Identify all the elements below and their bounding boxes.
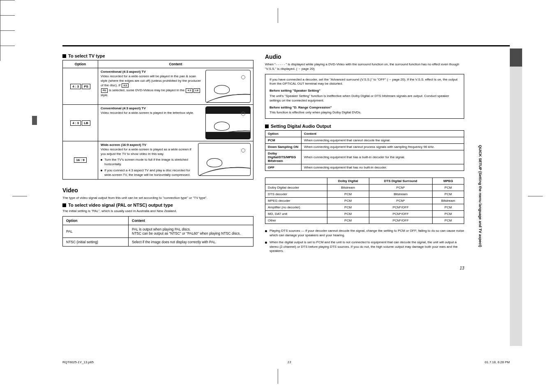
tv-heading: To select TV type [62,53,253,58]
w169-body: Video recorded for a wide-screen is play… [101,148,191,156]
lhdr-2: DTS Digital Surround [369,178,432,184]
ps-title: Conventional (4:3 aspect) TV [101,70,146,74]
audio-notes: Playing DTS sources — if your decoder ca… [265,229,464,254]
note-0: Playing DTS sources — if your decoder ca… [269,229,464,238]
lr20: MPEG decoder [265,198,327,204]
w169-b2: If you connect a 4:3 aspect TV and play … [104,168,195,178]
lr31: PCM [327,204,369,211]
ratio-16-9-icon: 16 : 9 [74,157,86,163]
w169-title: Wide-screen (16:9 aspect) TV [101,143,146,147]
step-tab [32,116,37,125]
inline-lb-icon: LB [193,88,200,92]
lhdr-1: Dolby Digital [327,178,369,184]
lb-icon: LB [82,120,90,126]
drow-3-1: When connecting equipment that has no bu… [302,164,464,171]
video-intro: The type of video signal output from thi… [62,196,253,201]
lr43: PCM [433,211,464,217]
tv-col-content: Content [98,60,253,68]
inline-4-3-icon-2: 4:3 [186,88,193,92]
side-tab-light [510,67,522,346]
tv-image-wide [198,143,251,176]
lr42: PCM*/OFF [369,211,432,217]
lr30: Amplifier (no decoder) [265,204,327,211]
video-heading: To select video signal (PAL or NTSC) out… [62,203,253,208]
drow-2-0: Dolby Digital/DTS/MPEG Bitstream [265,150,302,164]
lr12: Bitstream [369,191,432,198]
ibox-h3: Before setting "D. Range Compression" [269,106,460,110]
ratio-4-3-icon: 4 : 3 [70,84,81,89]
lr52: PCM*/OFF [369,217,432,224]
bullet-icon [265,242,267,244]
drow-0-1: When connecting equipment that cannot de… [302,137,464,144]
bullet-icon [101,159,102,161]
audio-info-box: If you have connected a decoder, set the… [265,74,464,119]
square-bullet-icon [265,125,269,128]
left-column: To select TV type Option Content 4 : 3PS [62,53,253,270]
audio-intro: When "- - - - - " is displayed while pla… [265,62,464,71]
ibox-line2: The unit's "Speaker Setting" function is… [269,94,449,102]
pal-desc: PAL is output when playing PAL discs. NT… [129,225,253,238]
ps-body-1: Video recorded for a wide-screen will be… [101,74,201,88]
lr33: PCM [433,204,464,211]
drow-0-0: PCM [265,137,302,144]
lr40: MD, DAT unit [265,211,327,217]
ntsc-desc: Select if the image does not display cor… [129,238,253,247]
inline-4-3-icon: 4:3 [122,83,129,88]
lr53: PCM [433,217,464,224]
pal-option: Option [63,217,129,225]
pal-ntsc-table: Option Content PAL PAL is output when pl… [62,216,253,247]
tv-image-panscan [205,70,251,103]
tv-type-table: Option Content 4 : 3PS Conventional (4:3… [62,60,253,180]
drow-3-0: OFF [265,164,302,171]
right-column: Audio When "- - - - - " is displayed whi… [265,53,464,270]
footer-page: 13 [288,360,291,364]
lhdr-3: MPEG [433,178,464,184]
lr23: Bitstream [433,198,464,204]
side-tab-dark [510,48,522,67]
lr11: PCM [327,191,369,198]
video-title: Video [62,187,253,194]
digital-heading: Setting Digital Audio Output [265,124,464,129]
w169-b1: Turn the TV's screen mode to full if the… [104,158,195,167]
lr01: Bitstream [327,184,369,191]
page-frame: QUICK SETUP (Setting the menu language a… [33,25,510,367]
pal-content: Content [129,217,253,225]
lr32: PCM*/OFF [369,204,432,211]
digital-output-table: OptionContent PCMWhen connecting equipme… [265,130,464,171]
lr03: PCM [433,184,464,191]
ratio-4-3-icon-2: 4 : 3 [70,120,81,126]
lr21: PCM [327,198,369,204]
bullet-icon [265,230,267,232]
lr02: PCM* [369,184,432,191]
ps-icon: PS [82,84,90,89]
lr50: Other [265,217,327,224]
ibox-line1: If you have connected a decoder, set the… [269,78,406,81]
page-number: 13 [265,266,464,270]
pal-cell: PAL [63,225,129,238]
inline-ps-icon: PS [101,88,108,92]
square-bullet-icon [62,54,66,58]
tv-image-letterbox [205,106,251,139]
lb-body: Video recorded for a wide-screen is play… [101,111,194,115]
ibox-line3: This function is effective only when pla… [269,111,362,114]
note-1: When the digital output is set to PCM an… [269,240,464,254]
recommendation-table: Dolby Digital DTS Digital Surround MPEG … [265,178,464,224]
ibox-h2: Before setting "Speaker Setting" [269,89,460,93]
square-bullet-icon [62,203,66,207]
lr13: PCM [433,191,464,198]
drow-2-1: When connecting equipment that has a bui… [302,150,464,164]
drow-1-0: Down Sampling ON [265,144,302,150]
footer: RQT6025-1Y_13.p65 13 01.7.18, 6:28 PM [62,360,510,364]
lr22: PCM* [369,198,432,204]
lr00: Dolby Digital decoder [265,184,327,191]
lr41: PCM [327,211,369,217]
bullet-icon [101,170,102,171]
lr51: PCM [327,217,369,224]
tv-col-option: Option [63,60,98,68]
audio-title: Audio [265,53,464,60]
ntsc-cell: NTSC (initial setting) [63,238,129,247]
footer-file: RQT6025-1Y_13.p65 [62,360,94,364]
top-rule [62,45,510,50]
lb-title: Conventional (4:3 aspect) TV [101,106,146,110]
video-post-note: The initial setting is "PAL", which is u… [62,209,253,214]
